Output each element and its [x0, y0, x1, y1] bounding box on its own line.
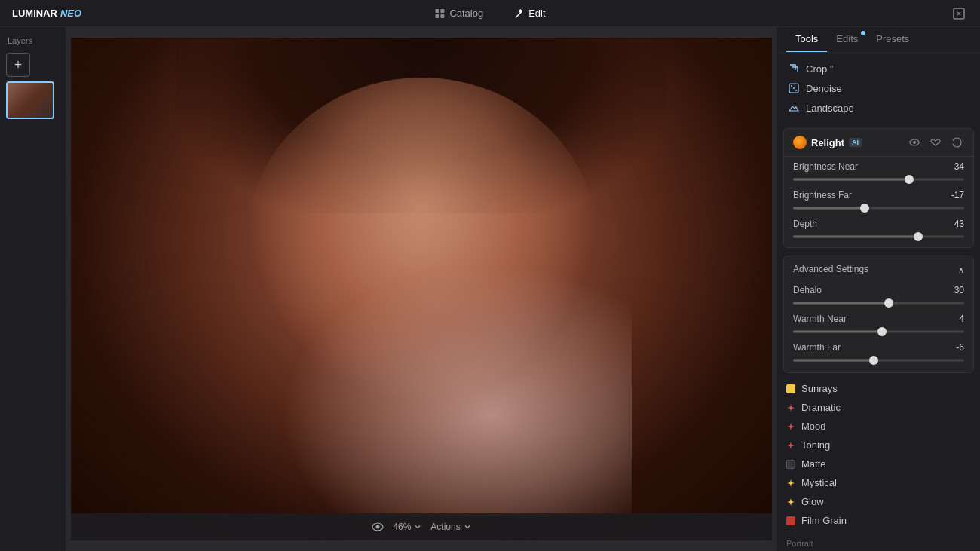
- tool-sunrays[interactable]: Sunrays: [783, 379, 974, 398]
- tool-denoise[interactable]: Denoise: [777, 78, 980, 98]
- canvas-bottom-bar: 46% Actions: [71, 513, 772, 540]
- warmth-far-slider[interactable]: [793, 354, 964, 366]
- left-panel: Layers +: [0, 27, 66, 551]
- denoise-label: Denoise: [806, 83, 842, 94]
- dehalo-label: Dehalo: [793, 285, 822, 295]
- dehalo-slider[interactable]: [793, 297, 964, 309]
- tool-landscape[interactable]: Landscape: [777, 98, 980, 118]
- photo-container: 46% Actions: [71, 38, 772, 540]
- portrait-section-heading: Portrait: [777, 533, 980, 551]
- eye-icon: [372, 521, 384, 533]
- brightness-far-track: [793, 207, 964, 210]
- tab-presets[interactable]: Presets: [867, 27, 918, 52]
- topbar: LUMINAR NEO Catalog Edit: [0, 0, 980, 27]
- depth-thumb[interactable]: [914, 232, 923, 241]
- depth-slider[interactable]: [793, 231, 964, 243]
- depth-fill: [793, 236, 918, 238]
- dehalo-thumb[interactable]: [884, 298, 893, 308]
- sunrays-label: Sunrays: [801, 383, 838, 394]
- mood-label: Mood: [801, 421, 826, 432]
- tab-tools[interactable]: Tools: [786, 27, 827, 52]
- warmth-near-thumb[interactable]: [877, 327, 887, 336]
- landscape-icon: [788, 102, 800, 114]
- svg-marker-14: [787, 385, 795, 393]
- photo-background: [71, 38, 772, 540]
- toning-label: Toning: [801, 439, 830, 451]
- main-layout: Layers + 46%: [0, 27, 980, 551]
- dramatic-label: Dramatic: [801, 402, 841, 413]
- dehalo-row: Dehalo 30: [793, 285, 964, 295]
- svg-point-10: [793, 87, 795, 89]
- brightness-far-label: Brightness Far: [793, 190, 852, 201]
- glow-label: Glow: [801, 496, 824, 507]
- brightness-far-row: Brightness Far -17: [793, 190, 964, 201]
- depth-row: Depth 43: [793, 219, 964, 229]
- zoom-control[interactable]: 46%: [393, 522, 421, 532]
- tool-toning[interactable]: Toning: [783, 436, 974, 455]
- tool-dramatic[interactable]: Dramatic: [783, 398, 974, 417]
- advanced-settings-title: Advanced Settings: [793, 264, 868, 274]
- tool-crop[interactable]: Crop ": [777, 59, 980, 78]
- relight-favorite-button[interactable]: [928, 135, 943, 150]
- depth-label: Depth: [793, 219, 817, 229]
- brightness-far-value: -17: [943, 190, 964, 201]
- advanced-settings-content: Dehalo 30 Warmth Near 4: [784, 282, 973, 373]
- svg-rect-1: [440, 9, 444, 13]
- canvas-area: 46% Actions: [66, 27, 776, 551]
- tool-mystical[interactable]: Mystical: [783, 473, 974, 492]
- favorite-icon: [929, 136, 942, 148]
- tool-film-grain[interactable]: Film Grain: [783, 511, 974, 530]
- warmth-near-slider[interactable]: [793, 326, 964, 338]
- actions-label: Actions: [430, 522, 460, 532]
- brightness-near-thumb[interactable]: [905, 175, 914, 184]
- svg-marker-15: [787, 404, 795, 412]
- warmth-far-thumb[interactable]: [869, 356, 878, 365]
- visibility-toggle[interactable]: [372, 521, 384, 533]
- advanced-settings-header[interactable]: Advanced Settings: [784, 256, 973, 282]
- nav-edit[interactable]: Edit: [507, 5, 551, 22]
- brightness-far-slider[interactable]: [793, 202, 964, 214]
- advanced-chevron-icon: [958, 262, 964, 276]
- nav-catalog[interactable]: Catalog: [428, 5, 489, 22]
- brightness-far-thumb[interactable]: [860, 204, 869, 213]
- brightness-near-value: 34: [943, 161, 964, 172]
- brightness-near-fill: [793, 179, 909, 181]
- layer-thumbnail[interactable]: [6, 81, 54, 119]
- dramatic-icon: [786, 403, 795, 412]
- brightness-far-fill: [793, 207, 865, 210]
- add-layer-button[interactable]: +: [6, 53, 30, 77]
- catalog-label: Catalog: [449, 8, 483, 19]
- warmth-near-fill: [793, 330, 882, 332]
- tool-mood[interactable]: Mood: [783, 417, 974, 436]
- sunrays-icon: [786, 384, 795, 393]
- landscape-label: Landscape: [806, 103, 854, 114]
- depth-value: 43: [943, 219, 964, 229]
- actions-button[interactable]: Actions: [430, 522, 470, 532]
- relight-actions: [907, 135, 964, 150]
- tool-matte[interactable]: Matte: [783, 455, 974, 473]
- relight-visibility-button[interactable]: [907, 135, 922, 150]
- svg-rect-0: [435, 9, 439, 13]
- brightness-near-row: Brightness Near 34: [793, 161, 964, 172]
- toning-icon: [786, 441, 795, 450]
- share-button[interactable]: [950, 5, 968, 23]
- warmth-near-label: Warmth Near: [793, 314, 847, 324]
- relight-icon: [793, 136, 807, 149]
- app-logo: LUMINAR NEO: [12, 8, 81, 19]
- tab-edits[interactable]: Edits: [827, 27, 867, 52]
- tool-glow[interactable]: Glow: [783, 492, 974, 511]
- brightness-near-slider[interactable]: [793, 173, 964, 185]
- svg-rect-2: [435, 14, 439, 18]
- svg-point-13: [913, 141, 916, 144]
- relight-title: Relight: [811, 137, 844, 148]
- top-nav: Catalog Edit: [428, 5, 551, 22]
- catalog-icon: [434, 8, 445, 19]
- dehalo-value: 30: [943, 285, 964, 295]
- mystical-label: Mystical: [801, 477, 837, 488]
- warmth-near-value: 4: [943, 314, 964, 324]
- photo-layer-prop: [281, 264, 632, 516]
- brightness-near-track: [793, 179, 964, 181]
- relight-reset-button[interactable]: [949, 135, 964, 150]
- warmth-far-track: [793, 359, 964, 361]
- film-grain-label: Film Grain: [801, 515, 847, 526]
